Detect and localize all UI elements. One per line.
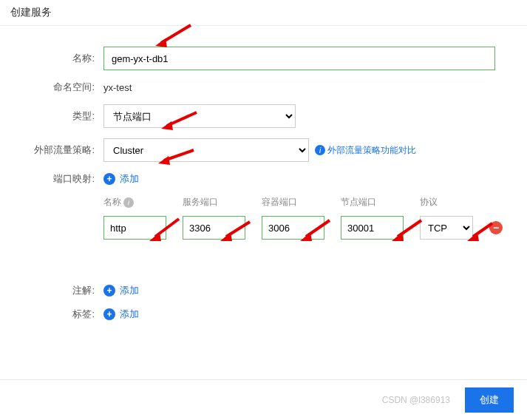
add-text: 添加 — [120, 172, 139, 186]
policy-compare-link[interactable]: i 外部流量策略功能对比 — [315, 144, 416, 157]
service-port-input[interactable] — [183, 216, 245, 240]
port-mapping-table: 名称 i 服务端口 容器端口 节点端口 协议 TCP − — [103, 196, 527, 240]
add-text: 添加 — [120, 284, 139, 297]
type-select[interactable]: 节点端口 — [103, 104, 296, 128]
info-icon: i — [315, 145, 325, 155]
add-tag-button[interactable]: + 添加 — [103, 308, 139, 321]
th-service-port: 服务端口 — [183, 196, 245, 209]
row-policy: 外部流量策略: Cluster i 外部流量策略功能对比 — [0, 138, 527, 162]
port-name-input[interactable] — [103, 216, 166, 240]
protocol-select[interactable]: TCP — [420, 216, 473, 240]
plus-icon: + — [103, 173, 115, 185]
port-row: TCP − — [103, 216, 527, 240]
namespace-label: 命名空间: — [0, 81, 98, 94]
watermark: CSDN @l386913 — [382, 395, 450, 405]
node-port-input[interactable] — [341, 216, 404, 240]
port-label: 端口映射: — [0, 172, 98, 186]
policy-label: 外部流量策略: — [0, 143, 98, 157]
add-text: 添加 — [120, 308, 139, 321]
th-name: 名称 i — [103, 196, 166, 209]
policy-select[interactable]: Cluster — [103, 138, 309, 162]
tag-label: 标签: — [0, 308, 98, 321]
row-port-mapping: 端口映射: + 添加 — [0, 172, 527, 186]
help-icon: i — [123, 197, 134, 208]
th-node-port: 节点端口 — [341, 196, 404, 209]
form-container: 名称: 命名空间: yx-test 类型: 节点端口 外部流量策略: Clust… — [0, 26, 527, 321]
container-port-input[interactable] — [262, 216, 324, 240]
name-label: 名称: — [0, 52, 98, 65]
add-annotation-button[interactable]: + 添加 — [103, 284, 139, 297]
name-input[interactable] — [103, 47, 495, 70]
page-title: 创建服务 — [0, 0, 527, 26]
policy-link-text: 外部流量策略功能对比 — [327, 144, 416, 157]
namespace-value: yx-test — [103, 82, 132, 93]
plus-icon: + — [103, 308, 115, 320]
row-name: 名称: — [0, 47, 527, 70]
type-label: 类型: — [0, 109, 98, 123]
add-port-button[interactable]: + 添加 — [103, 172, 139, 186]
remove-port-button[interactable]: − — [489, 221, 503, 234]
row-tag: 标签: + 添加 — [0, 308, 527, 321]
plus-icon: + — [103, 285, 115, 297]
th-protocol: 协议 — [420, 196, 466, 209]
create-button[interactable]: 创建 — [465, 387, 514, 413]
annotation-label: 注解: — [0, 284, 98, 297]
row-annotation: 注解: + 添加 — [0, 284, 527, 297]
row-type: 类型: 节点端口 — [0, 104, 527, 128]
th-container-port: 容器端口 — [262, 196, 324, 209]
row-namespace: 命名空间: yx-test — [0, 81, 527, 94]
footer-bar: CSDN @l386913 创建 — [0, 379, 527, 420]
table-headers: 名称 i 服务端口 容器端口 节点端口 协议 — [103, 196, 527, 209]
